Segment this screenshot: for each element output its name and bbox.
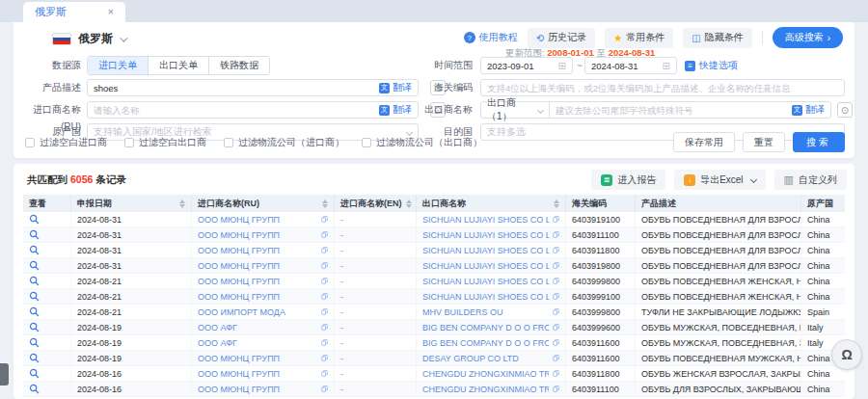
- tab-import-declarations[interactable]: 进口关单: [88, 57, 148, 74]
- copy-icon[interactable]: [549, 384, 559, 394]
- copy-icon[interactable]: [317, 245, 328, 255]
- match-option-icon[interactable]: ⊙: [837, 102, 853, 118]
- favorite-conditions-button[interactable]: ★ 常用条件: [605, 28, 673, 48]
- view-magnifier-icon[interactable]: [29, 245, 40, 255]
- translate-button[interactable]: 文 翻译: [792, 103, 825, 117]
- copy-icon[interactable]: [317, 214, 328, 225]
- checkbox-filter-logistics-exporter[interactable]: 过滤物流公司（出口商）: [362, 136, 482, 149]
- copy-icon[interactable]: [317, 229, 328, 240]
- end-date-input[interactable]: ⊞: [584, 57, 677, 74]
- col-exporter[interactable]: 出口商名称: [417, 195, 566, 212]
- copy-icon[interactable]: [549, 291, 559, 302]
- hs-code-input[interactable]: [480, 79, 845, 96]
- checkbox-filter-blank-importer[interactable]: 过滤空白进口商: [25, 136, 107, 149]
- enter-report-button[interactable]: ≣ 进入报告: [591, 170, 665, 190]
- exporter-type-select[interactable]: 出口商（1）: [480, 101, 550, 119]
- hide-conditions-button[interactable]: ◫ 隐藏条件: [683, 28, 751, 48]
- export-excel-button[interactable]: ↓ 导出Excel: [674, 170, 765, 190]
- copy-icon[interactable]: [549, 368, 559, 379]
- country-selector[interactable]: 俄罗斯: [52, 31, 125, 47]
- view-magnifier-icon[interactable]: [29, 337, 40, 348]
- copy-icon[interactable]: [549, 353, 559, 363]
- view-magnifier-icon[interactable]: [29, 384, 40, 394]
- quick-options-button[interactable]: ≡ 快捷选项: [685, 59, 738, 72]
- copy-icon[interactable]: [317, 306, 328, 317]
- exporter-link[interactable]: SICHUAN LUJIAYI SHOES CO LTD: [422, 230, 549, 240]
- copy-icon[interactable]: [549, 229, 559, 240]
- copy-icon[interactable]: [549, 306, 559, 317]
- copy-icon[interactable]: [549, 214, 559, 225]
- history-button[interactable]: ⟲ 历史记录: [528, 28, 595, 48]
- view-magnifier-icon[interactable]: [29, 306, 40, 317]
- view-magnifier-icon[interactable]: [29, 322, 40, 332]
- copy-icon[interactable]: [317, 291, 328, 302]
- support-float-button[interactable]: Ω: [831, 339, 862, 370]
- tutorial-button[interactable]: ? 使用教程: [464, 31, 518, 44]
- importer-ru-link[interactable]: ООО МЮНЦ ГРУПП: [198, 277, 280, 286]
- importer-ru-link[interactable]: ООО МЮНЦ ГРУПП: [198, 246, 280, 255]
- view-magnifier-icon[interactable]: [29, 291, 40, 302]
- importer-ru-link[interactable]: ООО МЮНЦ ГРУПП: [198, 261, 280, 271]
- copy-icon[interactable]: [317, 368, 328, 379]
- copy-icon[interactable]: [549, 260, 559, 271]
- checkbox-filter-blank-exporter[interactable]: 过滤空白出口商: [124, 136, 206, 149]
- copy-icon[interactable]: [317, 260, 328, 271]
- sort-icon[interactable]: [318, 200, 328, 208]
- save-conditions-button[interactable]: 保存常用: [673, 132, 735, 152]
- col-importer-ru[interactable]: 进口商名称(RU): [192, 195, 335, 212]
- tab-russia[interactable]: 俄罗斯 ×: [23, 2, 125, 22]
- reset-button[interactable]: 重置: [743, 132, 785, 152]
- customize-columns-button[interactable]: ▥ 自定义列: [774, 170, 847, 190]
- exporter-link[interactable]: DESAY GROUP CO LTD: [422, 354, 519, 363]
- importer-ru-link[interactable]: ООО МЮНЦ ГРУПП: [198, 354, 280, 363]
- importer-ru-link[interactable]: ООО МЮНЦ ГРУПП: [198, 369, 280, 379]
- exporter-link[interactable]: SICHUAN LUJIAYI SHOES CO LTD: [422, 292, 549, 302]
- exporter-link[interactable]: CHENGDU ZHONGXINMIAO TRADING C: [422, 369, 549, 379]
- exporter-link[interactable]: BIG BEN COMPANY D O O FROM BEST T: [422, 338, 549, 348]
- importer-ru-link[interactable]: ООО АФГ: [198, 323, 237, 332]
- exporter-link[interactable]: SICHUAN LUJIAYI SHOES CO LTD: [422, 246, 549, 255]
- importer-ru-link[interactable]: ООО АФГ: [198, 338, 237, 348]
- copy-icon[interactable]: [317, 337, 328, 348]
- importer-ru-link[interactable]: ООО МЮНЦ ГРУПП: [198, 292, 280, 302]
- tab-close-icon[interactable]: ×: [108, 7, 114, 17]
- col-importer-en[interactable]: 进口商名称(EN): [335, 195, 417, 212]
- importer-ru-link[interactable]: ООО ИМПОРТ МОДА: [198, 307, 285, 317]
- search-button[interactable]: 搜索: [793, 132, 845, 152]
- exporter-link[interactable]: SICHUAN LUJIAYI SHOES CO LTD: [422, 215, 549, 225]
- importer-ru-link[interactable]: ООО МЮНЦ ГРУПП: [198, 230, 280, 240]
- sort-icon[interactable]: [550, 200, 559, 208]
- view-magnifier-icon[interactable]: [29, 260, 40, 271]
- advanced-search-button[interactable]: 高级搜索 ›: [773, 27, 843, 48]
- copy-icon[interactable]: [549, 245, 559, 255]
- product-desc-input[interactable]: 文 翻译: [87, 79, 419, 96]
- view-magnifier-icon[interactable]: [29, 353, 40, 363]
- view-magnifier-icon[interactable]: [29, 368, 40, 379]
- start-date-input[interactable]: ⊞: [480, 57, 573, 74]
- sort-icon[interactable]: [176, 200, 185, 208]
- copy-icon[interactable]: [317, 322, 328, 332]
- importer-input[interactable]: 文 翻译: [87, 101, 419, 119]
- importer-ru-link[interactable]: ООО МЮНЦ ГРУПП: [198, 385, 280, 394]
- sort-icon[interactable]: [402, 200, 412, 208]
- importer-ru-link[interactable]: ООО МЮНЦ ГРУПП: [198, 215, 280, 225]
- copy-icon[interactable]: [317, 353, 328, 363]
- copy-icon[interactable]: [549, 276, 559, 286]
- copy-icon[interactable]: [549, 322, 559, 332]
- copy-icon[interactable]: [317, 384, 328, 394]
- copy-icon[interactable]: [549, 337, 559, 348]
- left-edge-float-handle[interactable]: [0, 363, 9, 386]
- tab-railway-data[interactable]: 铁路数据: [208, 57, 269, 74]
- copy-icon[interactable]: [317, 276, 328, 286]
- exporter-input[interactable]: 文 翻译: [549, 101, 831, 119]
- col-date[interactable]: 申报日期: [71, 195, 192, 212]
- tab-export-declarations[interactable]: 出口关单: [148, 57, 208, 74]
- exporter-link[interactable]: SICHUAN LUJIAYI SHOES CO LTD: [422, 261, 549, 271]
- checkbox-filter-logistics-importer[interactable]: 过滤物流公司（进口商）: [224, 136, 344, 149]
- exporter-link[interactable]: CHENGDU ZHONGXINMIAO TRADING C: [422, 385, 549, 394]
- exporter-link[interactable]: BIG BEN COMPANY D O O FROM BEST T: [422, 323, 549, 332]
- view-magnifier-icon[interactable]: [29, 214, 40, 225]
- exporter-link[interactable]: MHV BUILDERS OU: [422, 307, 503, 317]
- view-magnifier-icon[interactable]: [29, 229, 40, 240]
- view-magnifier-icon[interactable]: [29, 276, 40, 286]
